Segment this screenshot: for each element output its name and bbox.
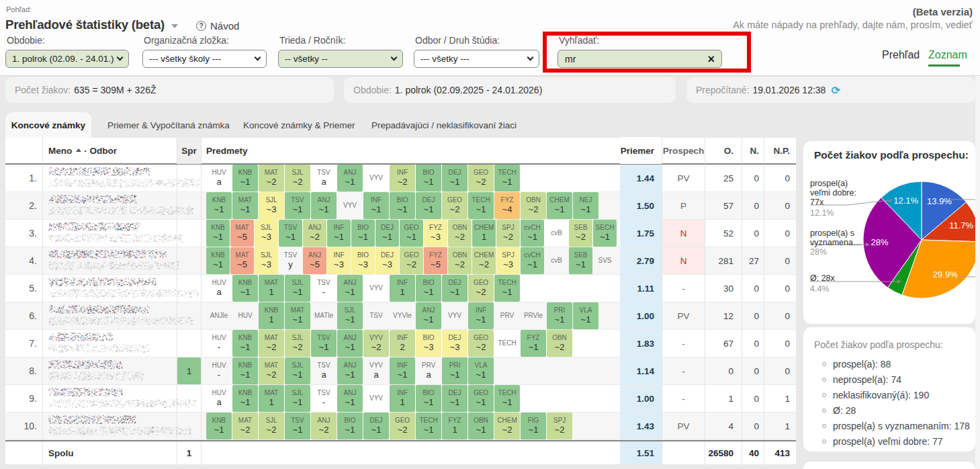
pie-slice-percent: 13.9% [927,196,952,206]
summary-list-item: prospel(a) s vyznamenaním: 178 [814,418,975,433]
tab-priemer-vypocitana[interactable]: Priemer & Vypočítaná známka [107,112,230,138]
grade-chip: KNB1 [259,302,284,329]
table-row: 3.KNB~1MAT~5SJL~3TSV~1ANJ~2INF~1BIO~1DEJ… [5,220,796,247]
grade-chip: FYZ1 [442,413,467,439]
np-cell: 0 [764,275,796,302]
summary-list-item: prospel(a): 88 [814,356,975,372]
grade-chip: TECH [494,330,520,357]
n-cell: 0 [742,385,764,412]
filter-trieda-label: Trieda / Ročník: [279,35,403,46]
grade-chip: DEJ~1 [442,385,467,412]
col-prospech[interactable]: Prospech [662,137,705,164]
grade-chip: PRI~1 [442,357,467,384]
grade-chip: cvB [545,220,568,247]
results-table: Meno· Odbor Spr Predmety Priemer Prospec… [5,138,796,464]
o-cell: 0 [705,357,742,384]
grade-chip: INF~3 [327,247,351,274]
filter-odbor-label: Odbor / Druh štúdia: [415,35,539,46]
zoznam-active-underline [928,65,960,67]
refresh-icon[interactable]: ⟳ [831,84,840,97]
student-name-redacted[interactable] [42,385,177,412]
page-title[interactable]: Prehľadové štatistiky (beta) [5,17,178,32]
grade-chip: SECH~1 [593,220,617,247]
student-name-redacted[interactable] [42,165,177,191]
student-name-redacted[interactable] [42,413,177,439]
priemer-cell: 1.00 [620,385,662,412]
col-spr[interactable]: Spr [177,137,202,164]
grade-chip: FYZ~1 [521,330,546,357]
grade-chip: MAT~5 [230,247,254,274]
grade-chip: FIG~1 [521,413,546,439]
grade-chip: FYZ~5 [424,247,447,274]
grade-chip: MATle [311,302,337,329]
student-name-redacted[interactable] [42,302,177,329]
chevron-down-icon [255,54,261,61]
view-label: Pohľad: [6,5,32,13]
filter-organizacna-zlozka: Organizačná zložka: --- všetky školy --- [142,35,267,68]
help-link[interactable]: ? Návod [196,20,239,32]
student-name-redacted[interactable] [42,192,177,219]
grade-chip: VYVa [363,357,389,384]
grade-chip: SJL~3 [255,220,278,247]
grade-chip: BIO~1 [390,192,415,219]
tab-prepadavajuci[interactable]: Prepadávajúci / neklasifikovaní žiaci [371,112,517,138]
row-number: 9. [5,385,42,412]
filter-obdobie-select[interactable]: 1. polrok (02.09. - 24.01.) [5,50,129,68]
filter-organizacna-zlozka-select[interactable]: --- všetky školy --- [142,50,267,68]
student-name-redacted[interactable] [42,357,177,384]
grade-chip: DEJ~1 [363,413,389,439]
grade-chip: cvCH~1 [521,247,544,274]
grade-chip: MAT~2 [259,165,284,191]
subjects-cell: KNB~1MAT~1SJL~3TSV~1ANJ~1VYVINF~1BIO~1DE… [202,192,620,219]
grade-chip: VYV [363,275,389,302]
col-o[interactable]: O. [705,137,742,164]
np-cell: 0 [764,302,796,329]
pie-callout-label: prospel(a)veľmi dobre:77x [810,179,856,207]
student-name-redacted[interactable] [42,275,177,302]
filter-obdobie: Obdobie: 1. polrok (02.09. - 24.01.) [5,35,129,68]
footer-n: 40 [742,441,764,464]
clear-search-icon[interactable]: × [707,53,715,65]
subjects-cell: ANJleHUVKNB1MAT~1MATleSJL~1TSVVYVleANJ~1… [202,302,620,329]
grade-chip: DEJ~3 [375,247,399,274]
info-obdobie: Obdobie:1. polrok (02.09.2025 - 24.01.20… [344,77,676,103]
filter-trieda-select[interactable]: -- všetky -- [278,50,403,68]
table-row: 9.HUVaKNB~1MAT1SJL~1TSV-ANJ~1VYVINF1BIO~… [5,385,796,413]
grade-chip: FYZ~4 [494,192,520,219]
row-number: 5. [5,275,42,302]
o-cell: 52 [705,220,742,247]
grade-chip: TSVa [311,165,337,191]
np-cell: 1 [764,413,796,439]
n-cell: 27 [742,247,764,274]
row-number: 7. [5,330,42,357]
col-priemer[interactable]: Priemer [620,137,662,164]
filter-odbor-select[interactable]: --- všetky --- [414,50,539,68]
col-n[interactable]: N. [742,137,764,164]
col-meno-odbor[interactable]: Meno· Odbor [42,137,177,164]
col-np[interactable]: N.P. [764,137,796,164]
student-name-redacted[interactable] [42,330,177,357]
student-name-redacted[interactable] [42,247,177,274]
prospech-cell: PV [662,302,705,329]
grade-chip: MAT~1 [285,302,310,329]
student-name-redacted[interactable] [42,220,177,247]
summary-list-item: prospel(a) veľmi dobre: 77 [814,433,975,449]
pie-slice-percent: 28% [871,237,889,247]
search-input[interactable]: mr× [558,50,722,68]
chevron-down-icon [391,54,398,61]
o-cell: 4 [705,413,742,439]
view-mode-zoznam[interactable]: Zoznam [928,49,967,61]
grade-chip: SJL~1 [337,302,363,329]
tab-koncove-priemer[interactable]: Koncové známky & Priemer [243,112,355,138]
beta-note: Ak máte nápady na prehľady, dajte nám, p… [733,19,973,30]
subjects-cell: HUV-KNB~1MAT~2SJL~1TSVaANJ~1VYVaINF~1PRV… [202,357,620,384]
redacted-name-noise [48,166,206,191]
grade-chip: ANJ~1 [311,192,337,219]
view-mode-prehlad[interactable]: Prehľad [882,49,920,61]
tab-koncove-znamky[interactable]: Koncové známky [5,112,91,138]
chevron-down-icon [527,54,534,61]
grade-chip: GEO~1 [400,220,423,247]
redacted-name-noise [48,221,206,246]
pie-callout-label: prospel(a) svyznamena… [810,228,861,247]
grade-chip: HUVa [206,275,232,302]
